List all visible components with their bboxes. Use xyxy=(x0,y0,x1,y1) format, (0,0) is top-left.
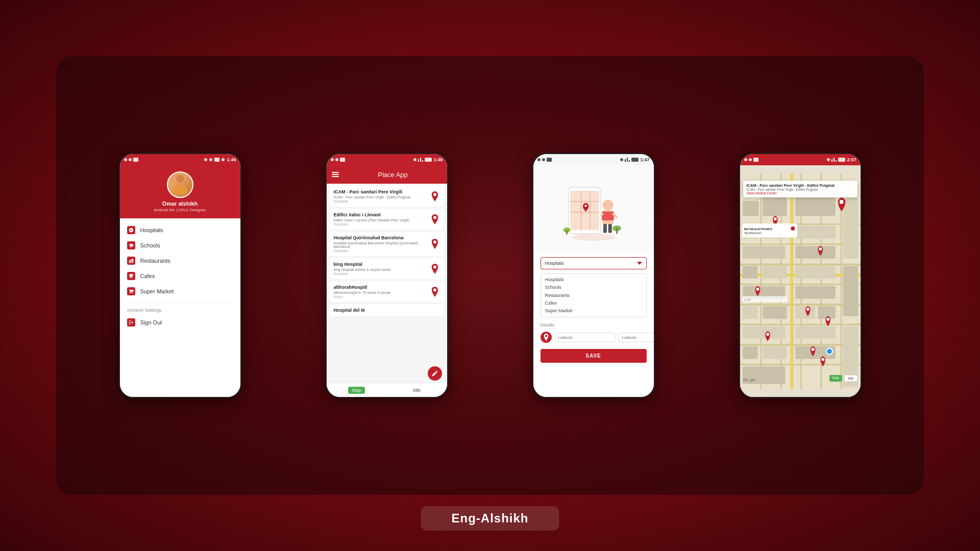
phone3-wrapper: 1:47 xyxy=(532,153,655,398)
place-pin-3 xyxy=(430,239,440,249)
tab-info[interactable]: info xyxy=(387,383,447,397)
svg-rect-56 xyxy=(795,286,836,299)
place-info-5: althorahHospitl althorahHospitl in 70 st… xyxy=(334,285,430,298)
option-cafes[interactable]: Cafes xyxy=(545,299,642,307)
list-item[interactable]: Edifici Xaloc i Llevant Edifici Xaloc i … xyxy=(330,209,444,230)
phone2-status-bar: 1:46 xyxy=(327,154,447,165)
list-item[interactable]: Hospital Quirónsalud Barcelona Hospital … xyxy=(330,232,444,256)
phone4-wrapper: 2:07 xyxy=(739,153,862,398)
svg-point-69 xyxy=(766,333,769,336)
phone1-status-bar: 1:46 xyxy=(120,154,240,165)
signout-icon xyxy=(127,318,135,327)
cafe-icon xyxy=(127,272,135,280)
svg-rect-36 xyxy=(790,173,793,389)
svg-rect-46 xyxy=(742,306,757,319)
add-place-illustration xyxy=(558,173,629,244)
svg-rect-5 xyxy=(608,224,611,233)
phone2-left-icons xyxy=(331,158,345,162)
drawer-item-cafes[interactable]: Cafes xyxy=(120,268,240,284)
svg-point-0 xyxy=(572,234,615,241)
map-bottom-buttons: Map info xyxy=(829,375,857,382)
option-schools[interactable]: Schools xyxy=(545,284,642,291)
phone3-content: Hospitals Hospitals Schools Restaurants … xyxy=(533,165,654,397)
place-pin-2 xyxy=(430,214,440,224)
place-info-2: Edifici Xaloc i Llevant Edifici Xaloc i … xyxy=(334,212,430,226)
drawer-divider xyxy=(127,302,233,303)
svg-point-16 xyxy=(584,205,586,207)
account-settings-label: Account Settings xyxy=(120,306,240,315)
svg-point-77 xyxy=(791,227,795,231)
place-info-4: king Hospital king Hospital adress in ai… xyxy=(334,262,430,276)
svg-rect-10 xyxy=(570,191,599,230)
drawer-item-supermarket[interactable]: Super Market xyxy=(120,284,240,299)
map-info-sub: ICAM - Parc sanitari Pere Virgili - Edif… xyxy=(747,188,854,191)
svg-rect-50 xyxy=(763,346,787,359)
info-tab-button[interactable]: info xyxy=(844,375,857,382)
svg-rect-57 xyxy=(795,306,815,319)
phone2-time: 1:46 xyxy=(433,157,443,162)
map-info-title: ICAM - Parc sanitari Pere Virgili - Edif… xyxy=(747,183,854,188)
phone4-map: 2:07 xyxy=(739,153,862,398)
map-tab-button[interactable]: Map xyxy=(829,375,843,382)
avatar xyxy=(167,171,193,198)
map-svg: NB FOR ELECTRONICS TECHNOLOGY الحارة xyxy=(740,165,861,397)
svg-point-67 xyxy=(806,308,809,311)
place-info-3: Hospital Quirónsalud Barcelona Hospital … xyxy=(334,235,430,253)
list-item[interactable]: king Hospital king Hospital adress in ai… xyxy=(330,258,444,279)
list-item[interactable]: ICAM - Parc sanitari Pere Virgili ICAM -… xyxy=(330,186,444,207)
svg-rect-54 xyxy=(795,246,836,259)
option-supermarket[interactable]: Super Market xyxy=(545,307,642,315)
restaurant-icon xyxy=(127,257,135,265)
phone1-drawer-header: Omar alshikh Android Div | UI/Ux Designe… xyxy=(120,165,240,218)
phone1-status-icons xyxy=(124,158,138,162)
svg-rect-44 xyxy=(763,266,787,279)
svg-rect-48 xyxy=(742,327,785,339)
place-name-3: Hospital Quirónsalud Barcelona xyxy=(334,235,430,240)
phone4-status-bar: 2:07 xyxy=(740,154,861,165)
place-detail-2: Edifici Xaloc i Llevant (Parc Sanitari P… xyxy=(334,218,430,222)
category-dropdown[interactable]: Hospitals xyxy=(541,257,647,269)
map-link[interactable]: Saba Medica Center xyxy=(747,191,854,195)
svg-text:TECHNOLOGY: TECHNOLOGY xyxy=(744,232,762,235)
option-restaurants[interactable]: Restaurants xyxy=(545,292,642,299)
place-detail-1: ICAM - Parc sanitari Pere Virgili - Edif… xyxy=(334,195,430,199)
user-role: Android Div | UI/Ux Designer xyxy=(154,208,206,212)
location-pin-icon xyxy=(541,332,552,343)
location-row xyxy=(541,332,647,343)
place-name-1: ICAM - Parc sanitari Pere Virgili xyxy=(334,189,430,194)
phone3-form: 1:47 xyxy=(532,153,655,398)
fab-edit-button[interactable] xyxy=(428,366,442,381)
svg-rect-42 xyxy=(742,246,785,259)
phone2-header: Place App xyxy=(327,165,447,184)
svg-rect-30 xyxy=(760,173,762,389)
map-area[interactable]: NB FOR ELECTRONICS TECHNOLOGY الحارة ICA… xyxy=(740,165,861,397)
svg-rect-55 xyxy=(795,266,836,279)
save-button[interactable]: SAVE xyxy=(541,349,647,363)
list-item[interactable]: Hospital del M xyxy=(330,304,444,316)
option-hospitals[interactable]: Hospitals xyxy=(545,276,642,284)
place-info-6: Hospital del M xyxy=(334,308,440,313)
phone3-time: 1:47 xyxy=(640,157,649,162)
main-container: ...gili Hospitals Hospitals na xyxy=(56,56,924,495)
phone2-bottom-tabs: Map info xyxy=(327,383,447,397)
drawer-label-hospitals: Hospitals xyxy=(140,227,163,233)
user-name: Omar alshikh xyxy=(162,201,198,207)
drawer-item-schools[interactable]: Schools xyxy=(120,238,240,253)
drawer-item-restaurants[interactable]: Restaurants xyxy=(120,253,240,268)
drawer-item-hospitals[interactable]: Hospitals xyxy=(120,222,240,238)
drawer-label-restaurants: Restaurants xyxy=(140,258,170,264)
place-name-2: Edifici Xaloc i Llevant xyxy=(334,212,430,217)
tab-map[interactable]: Map xyxy=(327,383,387,397)
phone2-list: 1:46 Place App ICAM - Parc sanitari Pere… xyxy=(326,153,448,398)
list-item[interactable]: althorahHospitl althorahHospitl in 70 st… xyxy=(330,281,444,302)
latitude-input[interactable] xyxy=(555,333,616,342)
google-logo: Google xyxy=(743,378,755,382)
svg-text:NB FOR ELECTRONICS: NB FOR ELECTRONICS xyxy=(744,228,772,231)
hamburger-menu[interactable] xyxy=(332,172,339,177)
svg-rect-43 xyxy=(742,266,757,279)
drawer-item-signout[interactable]: Sign Out xyxy=(120,315,240,330)
longitude-input[interactable] xyxy=(619,333,654,342)
dropdown-options-list: Hospitals Schools Restaurants Cafes Supe… xyxy=(541,273,647,317)
phone3-left-icons xyxy=(537,158,552,162)
place-type-3: Hospitals xyxy=(334,249,430,253)
